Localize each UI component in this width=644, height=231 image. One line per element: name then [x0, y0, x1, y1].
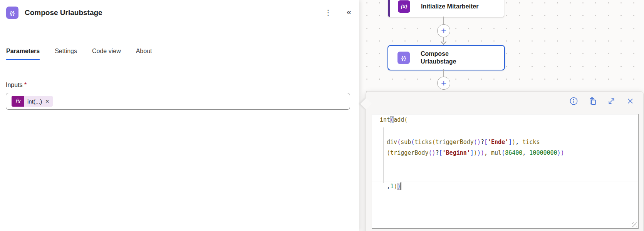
tab-settings[interactable]: Settings — [55, 48, 77, 60]
code-token: ( — [474, 139, 477, 146]
code-line-1[interactable]: int(add( — [372, 114, 638, 126]
code-token: ) — [512, 139, 515, 146]
code-token: 10000000 — [529, 149, 557, 156]
code-token: ) — [397, 183, 401, 190]
code-token: ( — [404, 116, 408, 123]
code-token: [ — [439, 149, 443, 156]
inputs-label: Inputs * — [6, 82, 27, 89]
code-token — [380, 139, 387, 146]
text-cursor — [401, 182, 401, 190]
code-token — [380, 149, 387, 156]
code-token: ( — [387, 149, 390, 156]
copy-icon[interactable] — [588, 97, 597, 105]
code-token: triggerBody — [436, 139, 474, 146]
code-token: ) — [557, 149, 561, 156]
code-token: ) — [477, 139, 481, 146]
code-token: , — [522, 149, 529, 156]
code-token: ) — [477, 149, 481, 156]
code-token: ) — [432, 149, 435, 156]
code-token: ticks — [522, 139, 540, 146]
code-token: ] — [508, 139, 512, 146]
code-token: 'Beginn' — [443, 149, 470, 156]
code-token: ticks — [414, 139, 432, 146]
code-token: , — [387, 183, 390, 190]
code-token: , — [484, 149, 491, 156]
connector-arrowhead — [441, 39, 447, 45]
code-token: sub — [401, 139, 411, 146]
expression-editor-flyout: int(add( div(sub(ticks(triggerBody()?['E… — [366, 91, 644, 231]
code-token: ) — [561, 149, 564, 156]
node-initialize-mitarbeiter[interactable]: {x} Initialize Mitarbeiter — [388, 0, 504, 17]
code-token: ( — [432, 139, 435, 146]
node-selection-stripe — [388, 0, 390, 17]
insert-step-button[interactable]: + — [437, 77, 450, 90]
code-token: ) — [474, 149, 477, 156]
code-token: ( — [501, 149, 505, 156]
code-line-7[interactable]: ,1)) — [372, 181, 638, 192]
tab-about[interactable]: About — [136, 48, 152, 60]
code-line-5[interactable] — [372, 159, 638, 170]
code-token: 1 — [390, 183, 394, 190]
remove-token-icon[interactable]: ✕ — [44, 99, 53, 104]
code-token: mul — [491, 149, 501, 156]
compose-icon: {∕} — [397, 52, 410, 64]
code-token: ( — [411, 139, 414, 146]
action-details-panel: {∕} Compose Urlaubstage ⋮ « ParametersSe… — [0, 0, 359, 231]
code-token: [ — [484, 139, 488, 146]
node-compose-urlaubstage[interactable]: {∕} Compose Urlaubstage — [387, 45, 505, 70]
code-token: int — [380, 116, 390, 123]
tab-code-view[interactable]: Code view — [92, 48, 121, 60]
expand-icon[interactable] — [607, 97, 616, 105]
node-title: Compose Urlaubstage — [421, 50, 456, 65]
code-token — [380, 183, 387, 190]
code-token: 'Ende' — [488, 139, 508, 146]
panel-title: Compose Urlaubstage — [25, 8, 102, 17]
code-token: div — [387, 139, 397, 146]
code-token: ? — [481, 139, 484, 146]
more-options-icon[interactable]: ⋮ — [324, 8, 333, 18]
code-token: ) — [394, 183, 397, 190]
node-title: Initialize Mitarbeiter — [421, 3, 478, 10]
code-token: ( — [390, 116, 394, 123]
inputs-field[interactable]: fx int(...) ✕ — [6, 93, 350, 110]
compose-icon: {∕} — [6, 7, 18, 19]
code-line-2[interactable] — [372, 126, 638, 137]
code-token: add — [394, 116, 404, 123]
insert-step-button[interactable]: + — [437, 24, 450, 37]
resize-handle-icon[interactable] — [632, 222, 637, 227]
tab-bar: ParametersSettingsCode viewAbout — [6, 48, 167, 60]
initialize-variable-icon: {x} — [398, 0, 410, 13]
code-token: triggerBody — [390, 149, 428, 156]
close-icon[interactable] — [626, 97, 635, 105]
code-token: ? — [436, 149, 439, 156]
expression-token[interactable]: fx int(...) ✕ — [12, 96, 53, 107]
power-automate-designer: {x} Initialize Mitarbeiter + {∕} Compose… — [0, 0, 644, 231]
code-line-3[interactable]: div(sub(ticks(triggerBody()?['Ende']), t… — [372, 137, 638, 148]
code-token: 86400 — [505, 149, 522, 156]
expression-input[interactable]: int(add( div(sub(ticks(triggerBody()?['E… — [372, 114, 639, 229]
code-token: ] — [470, 149, 474, 156]
code-token: , — [515, 139, 522, 146]
code-line-4[interactable]: (triggerBody()?['Beginn']))), mul(86400,… — [372, 147, 638, 159]
code-line-6[interactable] — [372, 170, 638, 181]
tab-parameters[interactable]: Parameters — [6, 48, 40, 60]
fx-icon: fx — [12, 96, 24, 107]
required-asterisk: * — [24, 82, 27, 88]
expression-token-label: int(...) — [24, 98, 44, 105]
collapse-panel-icon[interactable]: « — [344, 7, 354, 18]
code-token: ( — [397, 139, 401, 146]
info-icon[interactable] — [569, 97, 578, 105]
expression-toolbar — [559, 97, 635, 105]
panel-header: {∕} Compose Urlaubstage — [6, 7, 102, 19]
code-token: ) — [481, 149, 484, 156]
connector-line — [443, 69, 444, 77]
connector-line — [443, 17, 444, 24]
